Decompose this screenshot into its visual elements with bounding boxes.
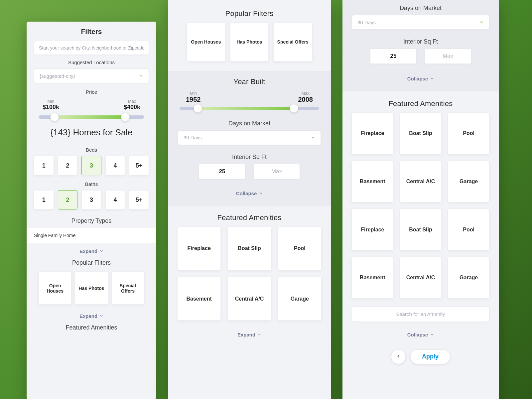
- days-on-market-label: Days on Market: [342, 5, 499, 12]
- chevron-up-icon: [430, 332, 434, 337]
- sqft-label: Interior Sq Ft: [168, 154, 331, 161]
- amenity-tile[interactable]: Fireplace: [177, 227, 221, 270]
- apply-button[interactable]: Apply: [410, 349, 450, 364]
- amenity-tile[interactable]: Basement: [352, 161, 393, 202]
- days-on-market-select[interactable]: 30 Days: [352, 15, 489, 30]
- chevron-down-icon: [99, 313, 103, 319]
- amenity-tile[interactable]: Basement: [177, 277, 221, 321]
- beds-option-1[interactable]: 1: [34, 156, 54, 175]
- amenity-tile[interactable]: Garage: [448, 257, 489, 299]
- suggested-city-value: {suggested-city}: [40, 73, 75, 79]
- baths-option-3[interactable]: 3: [81, 190, 101, 209]
- sqft-label: Interior Sq Ft: [342, 38, 499, 45]
- property-type-row[interactable]: Single Family Home: [27, 228, 156, 243]
- days-on-market-value: 30 Days: [184, 135, 202, 140]
- year-min-label: Min: [186, 91, 201, 96]
- amenity-tile[interactable]: Basement: [352, 257, 393, 299]
- amenity-tile[interactable]: Boat Slip: [400, 113, 442, 154]
- amenity-tile[interactable]: Central A/C: [400, 161, 442, 202]
- suggested-locations-label: Suggested Locations: [34, 60, 149, 65]
- year-slider-max-thumb[interactable]: [290, 104, 298, 113]
- baths-option-1[interactable]: 1: [34, 190, 54, 209]
- popular-filters-expand[interactable]: Expand: [27, 308, 156, 324]
- beds-option-3[interactable]: 3: [81, 156, 101, 175]
- price-slider-max-thumb[interactable]: [121, 113, 130, 121]
- chevron-down-icon: [139, 73, 143, 78]
- amenity-tile[interactable]: Pool: [448, 113, 489, 154]
- amenity-tile[interactable]: Boat Slip: [227, 227, 271, 270]
- sqft-max-input[interactable]: Max: [425, 49, 471, 64]
- featured-amenities-label: Featured Amenities: [27, 324, 156, 331]
- popular-filter-tile[interactable]: Open Houses: [39, 272, 71, 305]
- featured-amenities-label: Featured Amenities: [342, 99, 499, 108]
- popular-filter-tile[interactable]: Open Houses: [187, 23, 225, 62]
- property-types-label: Property Types: [27, 217, 156, 224]
- popular-filter-tile[interactable]: Special Offers: [273, 23, 312, 62]
- back-button[interactable]: [391, 349, 406, 364]
- amenity-search-input[interactable]: Search for an Amenity: [352, 307, 489, 322]
- chevron-left-icon: [396, 353, 401, 360]
- location-search-input[interactable]: [34, 41, 149, 55]
- popular-filter-tile[interactable]: Special Offers: [111, 272, 144, 305]
- baths-option-2[interactable]: 2: [58, 190, 78, 209]
- price-label: Price: [34, 89, 149, 95]
- baths-option-5plus[interactable]: 5+: [129, 190, 149, 209]
- property-types-expand[interactable]: Expand: [27, 243, 156, 259]
- sqft-max-input[interactable]: Max: [253, 164, 300, 179]
- chevron-up-icon: [430, 76, 434, 81]
- year-max-value: 2008: [298, 96, 313, 103]
- section-collapse[interactable]: Collapse: [342, 70, 499, 87]
- popular-filters-label: Popular Filters: [168, 9, 331, 18]
- chevron-down-icon: [311, 135, 315, 140]
- year-built-label: Year Built: [168, 77, 331, 86]
- filters-panel-expanded: Days on Market 30 Days Interior Sq Ft 25…: [342, 0, 499, 399]
- year-min-value: 1952: [186, 96, 201, 103]
- sqft-min-input[interactable]: 25: [370, 49, 417, 64]
- sqft-min-input[interactable]: 25: [199, 164, 245, 179]
- beds-option-4[interactable]: 4: [105, 156, 125, 175]
- filters-panel-compact: Filters Suggested Locations {suggested-c…: [27, 22, 156, 399]
- amenity-tile[interactable]: Fireplace: [352, 113, 393, 154]
- amenity-tile[interactable]: Garage: [448, 161, 489, 202]
- price-max-value: $400k: [124, 104, 140, 111]
- chevron-down-icon: [99, 248, 103, 254]
- days-on-market-label: Days on Market: [168, 120, 331, 127]
- baths-label: Baths: [34, 181, 149, 187]
- price-slider[interactable]: Min $100k Max $400k: [34, 98, 149, 120]
- amenity-tile[interactable]: Garage: [278, 277, 322, 321]
- amenity-tile[interactable]: Boat Slip: [400, 209, 442, 250]
- price-min-label: Min: [43, 99, 59, 104]
- amenity-tile[interactable]: Pool: [448, 209, 489, 250]
- popular-filters-label: Popular Filters: [27, 259, 156, 266]
- year-max-label: Max: [298, 91, 313, 96]
- days-on-market-select[interactable]: 30 Days: [178, 130, 321, 145]
- year-slider[interactable]: Min 1952 Max 2008: [168, 91, 331, 110]
- filters-panel-mid: Popular Filters Open HousesHas PhotosSpe…: [168, 0, 331, 399]
- section-collapse[interactable]: Collapse: [168, 185, 331, 201]
- amenity-tile[interactable]: Fireplace: [352, 209, 393, 250]
- price-slider-min-thumb[interactable]: [50, 113, 59, 121]
- suggested-city-select[interactable]: {suggested-city}: [34, 68, 149, 83]
- beds-option-5plus[interactable]: 5+: [129, 156, 149, 175]
- beds-option-2[interactable]: 2: [58, 156, 78, 175]
- amenities-collapse[interactable]: Collapse: [342, 327, 499, 343]
- amenity-tile[interactable]: Central A/C: [400, 257, 442, 299]
- popular-filter-tile[interactable]: Has Photos: [230, 23, 269, 62]
- chevron-down-icon: [479, 20, 484, 25]
- amenity-tile[interactable]: Central A/C: [227, 277, 271, 321]
- price-min-value: $100k: [43, 104, 59, 111]
- amenities-expand[interactable]: Expand: [168, 327, 331, 343]
- days-on-market-value: 30 Days: [357, 20, 376, 25]
- featured-amenities-label: Featured Amenities: [168, 213, 331, 222]
- beds-label: Beds: [34, 147, 149, 153]
- chevron-up-icon: [259, 191, 263, 196]
- amenity-tile[interactable]: Pool: [278, 227, 322, 270]
- year-slider-min-thumb[interactable]: [194, 104, 202, 113]
- homes-count: {143} Homes for Sale: [34, 127, 149, 138]
- popular-filter-tile[interactable]: Has Photos: [75, 272, 108, 305]
- chevron-down-icon: [257, 332, 261, 337]
- price-max-label: Max: [124, 99, 140, 104]
- filters-title: Filters: [34, 28, 149, 36]
- baths-option-4[interactable]: 4: [105, 190, 125, 209]
